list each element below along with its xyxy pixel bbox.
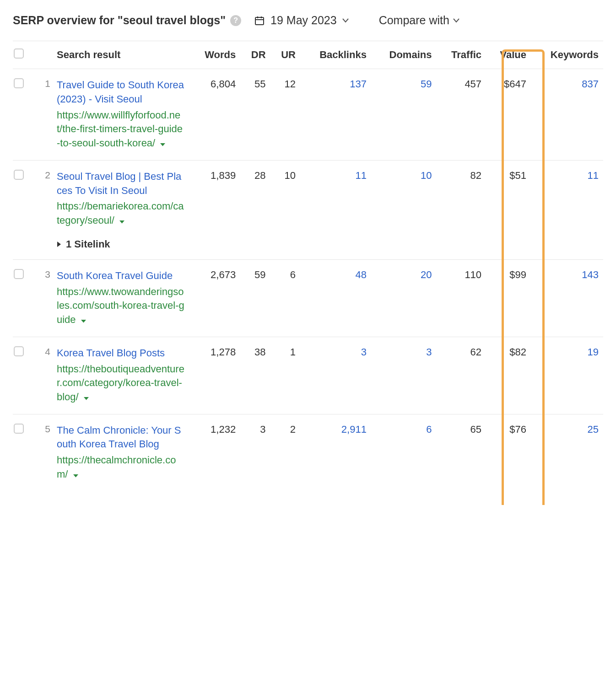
column-traffic[interactable]: Traffic xyxy=(436,41,486,69)
result-url-link[interactable]: https://theboutiqueadventurer.com/catego… xyxy=(57,363,184,403)
backlinks-cell[interactable]: 3 xyxy=(300,337,371,414)
dr-cell: 38 xyxy=(240,337,270,414)
column-domains[interactable]: Domains xyxy=(371,41,437,69)
dr-cell: 28 xyxy=(240,160,270,259)
column-words[interactable]: Words xyxy=(189,41,240,69)
domains-cell[interactable]: 3 xyxy=(371,337,437,414)
traffic-cell: 65 xyxy=(436,414,486,491)
words-cell: 6,804 xyxy=(189,69,240,161)
serp-table: Search result Words DR UR Backlinks Doma… xyxy=(13,41,603,491)
table-row: 3South Korea Travel Guidehttps://www.two… xyxy=(13,259,603,337)
url-dropdown-icon[interactable] xyxy=(160,137,166,151)
compare-dropdown[interactable]: Compare with xyxy=(379,14,459,27)
dr-cell: 55 xyxy=(240,69,270,161)
chevron-down-icon xyxy=(453,18,459,23)
column-search-result[interactable]: Search result xyxy=(57,41,189,69)
backlinks-cell[interactable]: 48 xyxy=(300,259,371,337)
column-keywords[interactable]: Keywords xyxy=(531,41,603,69)
result-title-link[interactable]: Travel Guide to South Korea (2023) - Vis… xyxy=(57,78,185,107)
ur-cell: 10 xyxy=(270,160,300,259)
sitelink-label: 1 Sitelink xyxy=(66,238,110,250)
traffic-cell: 62 xyxy=(436,337,486,414)
domains-cell[interactable]: 10 xyxy=(371,160,437,259)
url-dropdown-icon[interactable] xyxy=(81,313,86,328)
words-cell: 1,278 xyxy=(189,337,240,414)
backlinks-cell[interactable]: 11 xyxy=(300,160,371,259)
result-title-link[interactable]: South Korea Travel Guide xyxy=(57,269,185,283)
column-backlinks[interactable]: Backlinks xyxy=(300,41,371,69)
backlinks-cell[interactable]: 137 xyxy=(300,69,371,161)
ur-cell: 1 xyxy=(270,337,300,414)
ur-cell: 6 xyxy=(270,259,300,337)
url-dropdown-icon[interactable] xyxy=(119,214,125,228)
chevron-down-icon xyxy=(342,18,349,23)
panel-header: SERP overview for "seoul travel blogs" ?… xyxy=(13,14,603,41)
rank-cell: 5 xyxy=(35,414,57,491)
sitelink-toggle[interactable]: 1 Sitelink xyxy=(57,238,185,250)
value-cell: $647 xyxy=(486,69,531,161)
date-picker[interactable]: 19 May 2023 xyxy=(254,14,349,27)
table-header-row: Search result Words DR UR Backlinks Doma… xyxy=(13,41,603,69)
keywords-cell[interactable]: 11 xyxy=(531,160,603,259)
words-cell: 1,232 xyxy=(189,414,240,491)
url-dropdown-icon[interactable] xyxy=(83,391,89,405)
row-checkbox[interactable] xyxy=(14,170,24,180)
traffic-cell: 457 xyxy=(436,69,486,161)
panel-title-group: SERP overview for "seoul travel blogs" ? xyxy=(13,14,241,27)
date-label: 19 May 2023 xyxy=(270,14,337,27)
compare-label: Compare with xyxy=(379,14,449,27)
value-cell: $99 xyxy=(486,259,531,337)
row-checkbox[interactable] xyxy=(14,346,24,356)
words-cell: 1,839 xyxy=(189,160,240,259)
ur-cell: 12 xyxy=(270,69,300,161)
rank-cell: 2 xyxy=(35,160,57,259)
keywords-cell[interactable]: 143 xyxy=(531,259,603,337)
column-rank xyxy=(35,41,57,69)
domains-cell[interactable]: 59 xyxy=(371,69,437,161)
result-title-link[interactable]: The Calm Chronicle: Your South Korea Tra… xyxy=(57,424,185,452)
keywords-cell[interactable]: 19 xyxy=(531,337,603,414)
value-cell: $51 xyxy=(486,160,531,259)
result-url-link[interactable]: https://www.twowanderingsoles.com/south-… xyxy=(57,286,184,326)
triangle-right-icon xyxy=(57,241,61,247)
traffic-cell: 82 xyxy=(436,160,486,259)
dr-cell: 59 xyxy=(240,259,270,337)
column-checkbox xyxy=(13,41,35,69)
row-checkbox[interactable] xyxy=(14,78,24,88)
ur-cell: 2 xyxy=(270,414,300,491)
domains-cell[interactable]: 20 xyxy=(371,259,437,337)
domains-cell[interactable]: 6 xyxy=(371,414,437,491)
row-checkbox[interactable] xyxy=(14,269,24,279)
row-checkbox[interactable] xyxy=(14,424,24,434)
calendar-icon xyxy=(254,15,265,26)
url-dropdown-icon[interactable] xyxy=(73,468,79,482)
rank-cell: 3 xyxy=(35,259,57,337)
rank-cell: 1 xyxy=(35,69,57,161)
help-icon[interactable]: ? xyxy=(230,15,241,26)
words-cell: 2,673 xyxy=(189,259,240,337)
svg-rect-0 xyxy=(255,17,264,25)
table-row: 1Travel Guide to South Korea (2023) - Vi… xyxy=(13,69,603,161)
column-value[interactable]: Value xyxy=(486,41,531,69)
keywords-cell[interactable]: 25 xyxy=(531,414,603,491)
backlinks-cell[interactable]: 2,911 xyxy=(300,414,371,491)
result-title-link[interactable]: Korea Travel Blog Posts xyxy=(57,346,185,360)
table-row: 5The Calm Chronicle: Your South Korea Tr… xyxy=(13,414,603,491)
column-dr[interactable]: DR xyxy=(240,41,270,69)
dr-cell: 3 xyxy=(240,414,270,491)
value-cell: $76 xyxy=(486,414,531,491)
column-ur[interactable]: UR xyxy=(270,41,300,69)
result-title-link[interactable]: Seoul Travel Blog | Best Places To Visit… xyxy=(57,170,185,198)
keywords-cell[interactable]: 837 xyxy=(531,69,603,161)
table-row: 4Korea Travel Blog Postshttps://thebouti… xyxy=(13,337,603,414)
value-cell: $82 xyxy=(486,337,531,414)
traffic-cell: 110 xyxy=(436,259,486,337)
panel-title: SERP overview for "seoul travel blogs" xyxy=(13,14,226,27)
serp-overview-panel: SERP overview for "seoul travel blogs" ?… xyxy=(13,14,603,491)
select-all-checkbox[interactable] xyxy=(14,48,24,59)
table-row: 2Seoul Travel Blog | Best Places To Visi… xyxy=(13,160,603,259)
rank-cell: 4 xyxy=(35,337,57,414)
